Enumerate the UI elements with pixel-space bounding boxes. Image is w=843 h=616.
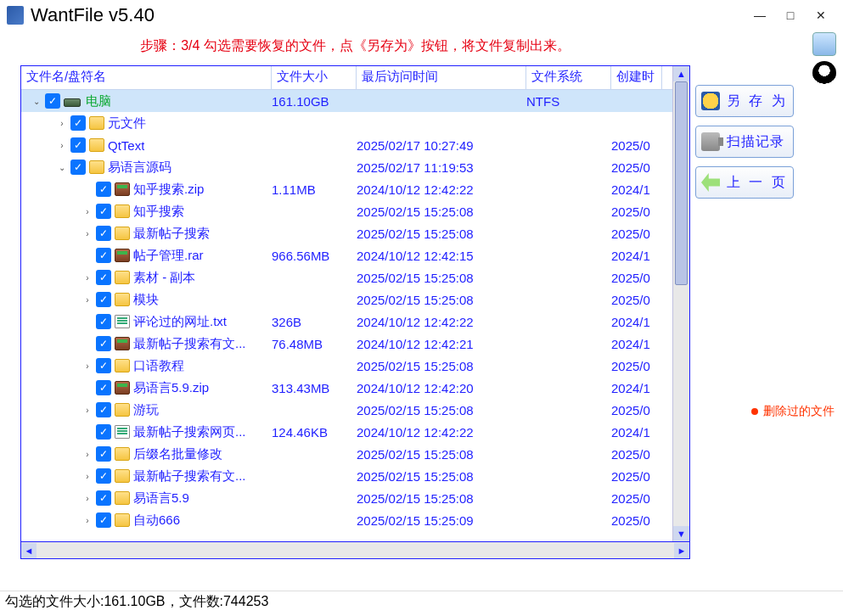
file-name-label: 自动666 [133, 512, 180, 529]
scroll-right-arrow[interactable]: ► [674, 543, 689, 558]
qq-icon[interactable] [812, 61, 836, 85]
chevron-down-icon[interactable]: ⌄ [55, 160, 69, 174]
col-access-time[interactable]: 最后访问时间 [357, 66, 526, 89]
scan-log-label: 扫描记录 [727, 133, 784, 151]
checkbox[interactable]: ✓ [96, 292, 111, 307]
rar-icon [115, 182, 130, 196]
expander-none [81, 315, 94, 328]
tree-row[interactable]: ✓帖子管理.rar966.56MB2024/10/12 12:42:152024… [21, 244, 672, 266]
tree-row[interactable]: ›✓QtText2025/02/17 10:27:492025/0 [21, 134, 672, 156]
cell-time: 2024/10/12 12:42:22 [357, 315, 526, 329]
checkbox[interactable]: ✓ [96, 402, 111, 417]
checkbox[interactable]: ✓ [70, 160, 86, 175]
file-name-label: 最新帖子搜索网页... [133, 424, 246, 440]
chevron-right-icon[interactable]: › [81, 491, 94, 505]
checkbox[interactable]: ✓ [96, 512, 111, 528]
scroll-up-arrow[interactable]: ▲ [673, 66, 689, 81]
tree-row[interactable]: ✓最新帖子搜索网页...124.46KB2024/10/12 12:42:222… [21, 421, 672, 443]
tree-row[interactable]: ›✓素材 - 副本2025/02/15 15:25:082025/0 [21, 266, 672, 288]
checkbox[interactable]: ✓ [96, 446, 111, 462]
tree-row[interactable]: ›✓游玩2025/02/15 15:25:082025/0 [21, 399, 672, 421]
maximize-button[interactable]: □ [775, 5, 806, 25]
cell-time: 2025/02/15 15:25:08 [357, 204, 526, 219]
tree-row[interactable]: ›✓易语言5.92025/02/15 15:25:082025/0 [21, 487, 672, 509]
tree-row[interactable]: ›✓自动6662025/02/15 15:25:092025/0 [21, 509, 672, 531]
checkbox[interactable]: ✓ [45, 93, 60, 109]
tree-row[interactable]: ✓知乎搜索.zip1.11MB2024/10/12 12:42:222024/1 [21, 178, 672, 200]
prev-page-button[interactable]: 上 一 页 [695, 166, 794, 199]
cell-created: 2025/0 [611, 293, 662, 307]
tree-row[interactable]: ✓易语言5.9.zip313.43MB2024/10/12 12:42:2020… [21, 377, 672, 399]
rar-icon [115, 381, 130, 395]
cell-size: 161.10GB [272, 94, 357, 109]
chevron-right-icon[interactable]: › [81, 204, 94, 218]
close-button[interactable]: ✕ [806, 5, 836, 25]
tree-row[interactable]: ✓最新帖子搜索有文...76.48MB2024/10/12 12:42:2120… [21, 333, 672, 355]
tree-row[interactable]: ›✓后缀名批量修改2025/02/15 15:25:082025/0 [21, 443, 672, 465]
cell-time: 2024/10/12 12:42:20 [357, 381, 526, 395]
folder-icon [115, 271, 130, 284]
checkbox[interactable]: ✓ [96, 182, 111, 197]
folder-icon [115, 204, 130, 218]
file-name-label: 易语言源码 [108, 160, 171, 176]
checkbox[interactable]: ✓ [70, 115, 86, 131]
checkbox[interactable]: ✓ [96, 490, 111, 506]
cell-created: 2025/0 [611, 403, 662, 417]
tree-row[interactable]: ›✓模块2025/02/15 15:25:082025/0 [21, 288, 672, 311]
chevron-right-icon[interactable]: › [81, 227, 94, 240]
save-as-button[interactable]: 另 存 为 [695, 85, 794, 117]
tree-row[interactable]: ›✓口语教程2025/02/15 15:25:082025/0 [21, 355, 672, 377]
checkbox[interactable]: ✓ [96, 248, 111, 263]
col-size[interactable]: 文件大小 [272, 66, 357, 89]
checkbox[interactable]: ✓ [96, 204, 111, 219]
scroll-thumb[interactable] [675, 81, 688, 285]
chevron-right-icon[interactable]: › [81, 271, 94, 284]
minimize-button[interactable]: — [745, 5, 775, 25]
chevron-right-icon[interactable]: › [81, 293, 94, 306]
cell-created: 2024/1 [611, 425, 662, 440]
cell-created: 2024/1 [611, 182, 662, 197]
chevron-down-icon[interactable]: ⌄ [30, 94, 43, 108]
picture-icon[interactable] [812, 32, 836, 56]
checkbox[interactable]: ✓ [96, 226, 111, 241]
checkbox[interactable]: ✓ [96, 336, 111, 351]
col-filesystem[interactable]: 文件系统 [526, 66, 611, 89]
chevron-right-icon[interactable]: › [81, 513, 94, 527]
checkbox[interactable]: ✓ [96, 380, 111, 395]
chevron-right-icon[interactable]: › [55, 116, 69, 130]
horizontal-scrollbar[interactable]: ◄ ► [20, 542, 690, 559]
app-icon [7, 6, 24, 25]
checkbox[interactable]: ✓ [96, 314, 111, 329]
cell-size: 1.11MB [272, 182, 357, 197]
txt-icon [115, 425, 130, 439]
prev-page-label: 上 一 页 [727, 174, 788, 192]
expander-none [81, 182, 94, 196]
tree-row[interactable]: ⌄✓易语言源码2025/02/17 11:19:532025/0 [21, 156, 672, 178]
file-tree[interactable]: ⌄✓电脑161.10GBNTFS›✓元文件›✓QtText2025/02/17 … [21, 90, 672, 531]
tree-row[interactable]: ›✓最新帖子搜索有文...2025/02/15 15:25:082025/0 [21, 465, 672, 487]
tree-row[interactable]: ✓评论过的网址.txt326B2024/10/12 12:42:222024/1 [21, 311, 672, 333]
checkbox[interactable]: ✓ [96, 358, 111, 373]
cell-time: 2025/02/17 11:19:53 [357, 160, 526, 175]
tree-row[interactable]: ›✓知乎搜索2025/02/15 15:25:082025/0 [21, 200, 672, 222]
checkbox[interactable]: ✓ [96, 270, 111, 285]
scroll-left-arrow[interactable]: ◄ [21, 543, 37, 558]
tree-row[interactable]: ⌄✓电脑161.10GBNTFS [21, 90, 672, 112]
chevron-right-icon[interactable]: › [81, 359, 94, 372]
scan-log-button[interactable]: 扫描记录 [695, 126, 794, 158]
checkbox[interactable]: ✓ [96, 468, 111, 484]
tree-row[interactable]: ›✓元文件 [21, 112, 672, 134]
checkbox[interactable]: ✓ [96, 424, 111, 440]
chevron-right-icon[interactable]: › [81, 403, 94, 417]
folder-icon [89, 116, 104, 130]
col-name[interactable]: 文件名/盘符名 [21, 66, 272, 89]
vertical-scrollbar[interactable]: ▲ ▼ [672, 66, 689, 541]
chevron-right-icon[interactable]: › [55, 138, 69, 152]
checkbox[interactable]: ✓ [70, 137, 86, 153]
camera-icon [701, 132, 720, 151]
tree-row[interactable]: ›✓最新帖子搜索2025/02/15 15:25:082025/0 [21, 222, 672, 244]
col-created[interactable]: 创建时 [611, 66, 662, 89]
chevron-right-icon[interactable]: › [81, 469, 94, 483]
chevron-right-icon[interactable]: › [81, 447, 94, 461]
scroll-down-arrow[interactable]: ▼ [673, 526, 689, 541]
